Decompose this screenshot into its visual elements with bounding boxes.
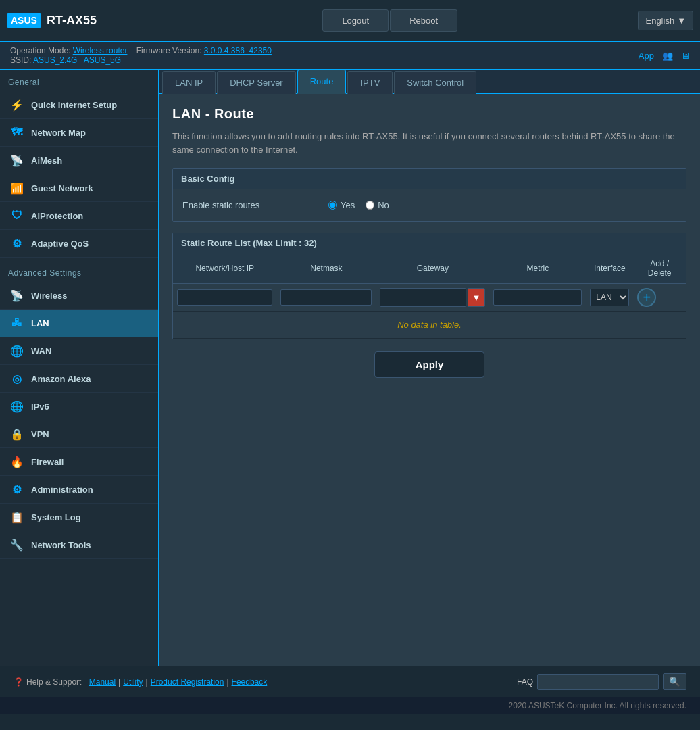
radio-yes-input[interactable]	[328, 201, 337, 210]
logo-area: ASUS RT-AX55	[7, 13, 142, 28]
logout-button[interactable]: Logout	[322, 9, 389, 32]
gateway-input[interactable]	[380, 288, 466, 307]
footer-link-feedback[interactable]: Feedback	[232, 677, 268, 687]
sidebar-item-label: Quick Internet Setup	[31, 100, 117, 110]
copyright: 2020 ASUSTeK Computer Inc. All rights re…	[0, 697, 700, 714]
ipv6-icon: 🌐	[9, 399, 24, 414]
language-label: English	[645, 16, 674, 26]
sidebar-item-label: IPv6	[31, 402, 49, 412]
radio-no-input[interactable]	[366, 201, 374, 210]
col-gateway: Gateway	[376, 253, 489, 284]
guest-network-icon: 📶	[9, 180, 24, 195]
tab-iptv[interactable]: IPTV	[347, 71, 393, 94]
sidebar-item-wan[interactable]: 🌐 WAN	[0, 337, 158, 365]
metric-input[interactable]	[493, 289, 582, 306]
radio-no-option[interactable]: No	[366, 200, 389, 210]
footer-link-utility[interactable]: Utility	[123, 677, 143, 687]
enable-static-routes-row: Enable static routes Yes No	[182, 196, 676, 214]
col-netmask: Netmask	[276, 253, 376, 284]
tab-route[interactable]: Route	[297, 70, 347, 94]
tab-lan-ip[interactable]: LAN IP	[162, 71, 216, 94]
page-title: LAN - Route	[172, 106, 686, 122]
sidebar-item-vpn[interactable]: 🔒 VPN	[0, 420, 158, 448]
general-section-title: General	[0, 75, 158, 91]
no-data-cell: No data in table.	[173, 312, 686, 339]
gateway-dropdown-button[interactable]: ▼	[468, 288, 486, 307]
sidebar-item-aiprotection[interactable]: 🛡 AiProtection	[0, 202, 158, 230]
reboot-button[interactable]: Reboot	[390, 9, 457, 32]
sidebar-item-network-map[interactable]: 🗺 Network Map	[0, 119, 158, 147]
sidebar: General ⚡ Quick Internet Setup 🗺 Network…	[0, 70, 159, 666]
sidebar-item-label: System Log	[31, 512, 81, 522]
sidebar-item-label: Adaptive QoS	[31, 239, 89, 249]
footer-link-manual[interactable]: Manual	[89, 677, 116, 687]
basic-config-section: Basic Config Enable static routes Yes No	[172, 168, 686, 222]
top-nav: Logout Reboot	[142, 9, 638, 32]
col-network-host-ip: Network/Host IP	[173, 253, 276, 284]
sidebar-item-wireless[interactable]: 📡 Wireless	[0, 282, 158, 310]
users-icon[interactable]: 👥	[662, 51, 673, 61]
col-metric: Metric	[489, 253, 586, 284]
footer: ❓ Help & Support Manual | Utility | Prod…	[0, 666, 700, 697]
static-route-section: Static Route List (Max Limit : 32) Netwo…	[172, 233, 686, 339]
info-bar-right: App 👥 🖥	[639, 51, 690, 61]
sidebar-item-administration[interactable]: ⚙ Administration	[0, 476, 158, 504]
sidebar-item-label: Network Tools	[31, 540, 91, 550]
enable-static-routes-radio: Yes No	[328, 200, 389, 210]
lan-icon: 🖧	[9, 316, 24, 331]
monitor-icon[interactable]: 🖥	[681, 51, 690, 61]
apply-button[interactable]: Apply	[374, 351, 485, 378]
amazon-alexa-icon: ◎	[9, 371, 24, 386]
gateway-field-group: ▼	[380, 288, 485, 307]
sidebar-item-system-log[interactable]: 📋 System Log	[0, 504, 158, 531]
footer-link-product-registration[interactable]: Product Registration	[151, 677, 224, 687]
network-host-ip-input[interactable]	[177, 289, 272, 306]
help-support-label: Help & Support	[26, 677, 81, 687]
sidebar-item-quick-internet[interactable]: ⚡ Quick Internet Setup	[0, 91, 158, 119]
language-selector[interactable]: English ▼	[638, 11, 693, 30]
route-table: Network/Host IP Netmask Gateway Metric I…	[173, 253, 686, 339]
model-name: RT-AX55	[47, 14, 97, 28]
tab-switch-control[interactable]: Switch Control	[394, 71, 476, 94]
info-bar-left: Operation Mode: Wireless router Firmware…	[10, 46, 272, 65]
radio-yes-label: Yes	[341, 200, 355, 210]
operation-mode-value[interactable]: Wireless router	[73, 46, 128, 55]
ssid-5g[interactable]: ASUS_5G	[84, 55, 121, 65]
radio-yes-option[interactable]: Yes	[328, 200, 355, 210]
interface-select[interactable]: LAN WAN	[590, 289, 629, 306]
adaptive-qos-icon: ⚙	[9, 236, 24, 251]
sidebar-item-adaptive-qos[interactable]: ⚙ Adaptive QoS	[0, 230, 158, 258]
sidebar-item-label: Administration	[31, 485, 93, 495]
advanced-section: Advanced Settings 📡 Wireless 🖧 LAN 🌐 WAN…	[0, 260, 158, 562]
app-link[interactable]: App	[639, 51, 654, 61]
basic-config-body: Enable static routes Yes No	[173, 189, 686, 221]
content-area: LAN IP DHCP Server Route IPTV Switch Con…	[159, 70, 700, 666]
enable-static-routes-label: Enable static routes	[182, 200, 318, 210]
faq-search-button[interactable]: 🔍	[663, 673, 686, 690]
sidebar-item-guest-network[interactable]: 📶 Guest Network	[0, 174, 158, 202]
sidebar-item-network-tools[interactable]: 🔧 Network Tools	[0, 531, 158, 559]
firmware-value[interactable]: 3.0.0.4.386_42350	[204, 46, 272, 55]
sidebar-item-amazon-alexa[interactable]: ◎ Amazon Alexa	[0, 365, 158, 393]
sidebar-item-ipv6[interactable]: 🌐 IPv6	[0, 393, 158, 420]
sidebar-item-firewall[interactable]: 🔥 Firewall	[0, 448, 158, 476]
quick-internet-icon: ⚡	[9, 97, 24, 112]
sidebar-item-aimesh[interactable]: 📡 AiMesh	[0, 147, 158, 174]
info-bar: Operation Mode: Wireless router Firmware…	[0, 42, 700, 70]
radio-no-label: No	[378, 200, 389, 210]
sidebar-item-label: Network Map	[31, 128, 86, 138]
netmask-input[interactable]	[280, 289, 372, 306]
network-tools-icon: 🔧	[9, 537, 24, 552]
ssid-24g[interactable]: ASUS_2.4G	[33, 55, 77, 65]
firewall-icon: 🔥	[9, 454, 24, 469]
administration-icon: ⚙	[9, 482, 24, 497]
sidebar-item-label: VPN	[31, 429, 49, 439]
network-map-icon: 🗺	[9, 125, 24, 140]
sidebar-item-lan[interactable]: 🖧 LAN	[0, 310, 158, 337]
add-route-button[interactable]: +	[637, 288, 656, 307]
sidebar-item-label: LAN	[31, 318, 49, 328]
tab-dhcp-server[interactable]: DHCP Server	[217, 71, 296, 94]
col-interface: Interface	[586, 253, 633, 284]
footer-separator-1: |	[118, 677, 120, 687]
faq-search-input[interactable]	[537, 674, 659, 690]
